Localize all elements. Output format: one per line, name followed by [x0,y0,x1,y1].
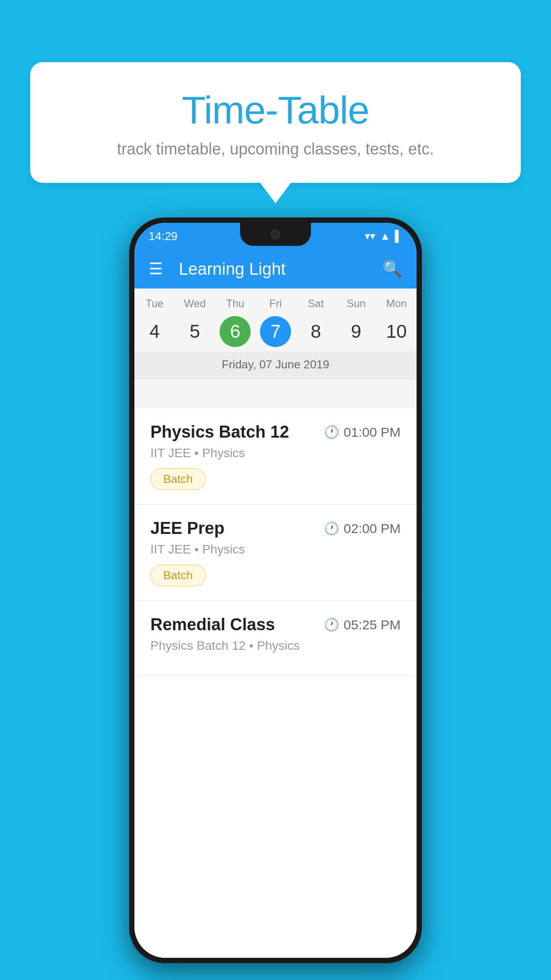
batch-badge: Batch [150,565,206,586]
phone-notch [240,223,311,246]
phone-container: 14:29 ▾▾ ▲ ▌ ☰ Learning Light 🔍 Tue4Wed5… [129,217,422,963]
clock-icon: 🕐 [324,425,339,439]
schedule-item[interactable]: Physics Batch 12🕐01:00 PMIIT JEE • Physi… [134,408,417,505]
bubble-title: Time-Table [66,89,485,132]
day-label: Thu [226,297,244,310]
app-title: Learning Light [179,260,382,279]
time-text: 05:25 PM [344,617,401,632]
wifi-icon: ▾▾ [365,230,375,242]
day-number: 8 [300,316,331,347]
day-number: 7 [260,316,291,347]
day-number: 4 [139,316,170,347]
day-label: Sat [308,297,324,310]
day-item[interactable]: Mon10 [376,297,417,347]
schedule-item-name: JEE Prep [150,519,224,538]
day-label: Wed [184,297,206,310]
calendar-header: Tue4Wed5Thu6Fri7Sat8Sun9Mon10 Friday, 07… [134,288,417,379]
days-row: Tue4Wed5Thu6Fri7Sat8Sun9Mon10 [134,288,417,352]
schedule-item-meta: Physics Batch 12 • Physics [150,639,401,653]
schedule-item-header: Physics Batch 12🕐01:00 PM [150,423,401,442]
day-number: 5 [179,316,210,347]
battery-icon: ▌ [395,230,402,242]
phone-screen: 14:29 ▾▾ ▲ ▌ ☰ Learning Light 🔍 Tue4Wed5… [134,223,417,958]
signal-icon: ▲ [380,230,390,242]
day-item[interactable]: Sun9 [336,297,376,347]
schedule-item-name: Physics Batch 12 [150,423,289,442]
time-text: 01:00 PM [344,425,401,440]
speech-bubble-area: Time-Table track timetable, upcoming cla… [30,62,521,183]
schedule-item-header: JEE Prep🕐02:00 PM [150,519,401,538]
hamburger-icon[interactable]: ☰ [149,260,163,278]
day-label: Tue [146,297,163,310]
search-icon[interactable]: 🔍 [382,260,402,278]
day-number: 10 [381,316,412,347]
day-item[interactable]: Sat8 [295,297,336,347]
day-item[interactable]: Tue4 [134,297,175,347]
day-item[interactable]: Wed5 [175,297,215,347]
selected-date-label: Friday, 07 June 2019 [134,352,417,379]
schedule-item-name: Remedial Class [150,615,275,634]
time-text: 02:00 PM [344,521,401,536]
schedule-item[interactable]: Remedial Class🕐05:25 PMPhysics Batch 12 … [134,601,417,676]
day-item[interactable]: Fri7 [256,297,296,347]
schedule-list: Physics Batch 12🕐01:00 PMIIT JEE • Physi… [134,408,417,958]
day-number: 6 [220,316,251,347]
app-bar: ☰ Learning Light 🔍 [134,249,417,288]
schedule-item-time: 🕐02:00 PM [324,521,401,536]
camera-notch [271,229,280,239]
clock-icon: 🕐 [324,617,339,632]
speech-bubble: Time-Table track timetable, upcoming cla… [30,62,521,183]
schedule-item-header: Remedial Class🕐05:25 PM [150,615,401,634]
schedule-item-meta: IIT JEE • Physics [150,446,401,460]
day-item[interactable]: Thu6 [215,297,256,347]
status-icons: ▾▾ ▲ ▌ [365,230,402,242]
phone-frame: 14:29 ▾▾ ▲ ▌ ☰ Learning Light 🔍 Tue4Wed5… [129,217,422,963]
batch-badge: Batch [150,468,206,490]
status-time: 14:29 [149,229,177,243]
day-number: 9 [341,316,372,347]
bubble-subtitle: track timetable, upcoming classes, tests… [66,140,485,158]
day-label: Mon [386,297,407,310]
clock-icon: 🕐 [324,521,339,536]
schedule-item-meta: IIT JEE • Physics [150,542,401,557]
day-label: Sun [346,297,366,310]
schedule-item-time: 🕐01:00 PM [324,425,401,440]
schedule-item[interactable]: JEE Prep🕐02:00 PMIIT JEE • PhysicsBatch [134,505,417,601]
schedule-item-time: 🕐05:25 PM [324,617,401,632]
day-label: Fri [269,297,282,310]
